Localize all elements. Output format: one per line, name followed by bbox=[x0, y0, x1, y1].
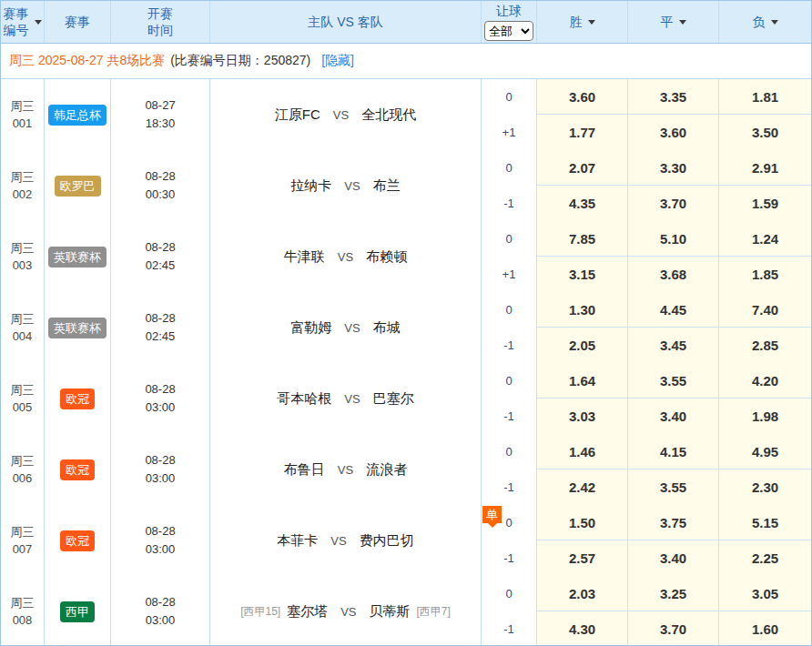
away-team: 流浪者 bbox=[366, 461, 407, 479]
league-cell: 欧冠 bbox=[45, 505, 111, 576]
odds-lose-cell[interactable]: 1.81 bbox=[719, 79, 811, 115]
handicap-cell: 单 0 bbox=[482, 292, 537, 328]
header-draw: 平 bbox=[628, 1, 719, 43]
hide-link[interactable]: [隐藏] bbox=[321, 53, 354, 69]
match-time: 03:00 bbox=[146, 540, 176, 559]
odds-draw-cell[interactable]: 3.45 bbox=[628, 328, 719, 363]
odds-draw-cell[interactable]: 3.68 bbox=[628, 257, 719, 292]
handicap-value: 0 bbox=[505, 90, 512, 104]
league-cell: 欧罗巴 bbox=[45, 150, 111, 221]
odds-win-cell[interactable]: 3.15 bbox=[537, 257, 628, 292]
handicap-value: -1 bbox=[503, 338, 514, 352]
match-number-cell: 周三 002 bbox=[1, 150, 45, 221]
dropdown-arrow-icon[interactable] bbox=[679, 20, 686, 25]
odds-draw-cell[interactable]: 3.30 bbox=[628, 150, 719, 186]
odds-lose-cell[interactable]: 4.20 bbox=[719, 363, 811, 399]
odds-win-cell[interactable]: 2.07 bbox=[537, 150, 628, 186]
header-teams: 主队 VS 客队 bbox=[210, 1, 482, 43]
match-day: 周三 bbox=[11, 452, 35, 469]
odds-lose-cell[interactable]: 2.30 bbox=[719, 469, 811, 505]
odds-win-cell[interactable]: 1.30 bbox=[537, 292, 628, 328]
odds-win-cell[interactable]: 2.03 bbox=[537, 576, 628, 611]
odds-draw-cell[interactable]: 3.35 bbox=[628, 79, 719, 115]
vs-label: VS bbox=[344, 392, 360, 406]
odds-lose-cell[interactable]: 4.95 bbox=[719, 434, 811, 469]
match-row: 周三 008 西甲 08-28 03:00 [西甲15] 塞尔塔 VS 贝蒂斯 … bbox=[1, 576, 811, 646]
odds-draw-cell[interactable]: 3.25 bbox=[628, 576, 719, 611]
odds-win-cell[interactable]: 1.46 bbox=[537, 434, 628, 469]
away-team: 贝蒂斯 bbox=[370, 603, 411, 621]
vs-label: VS bbox=[340, 605, 356, 619]
odds-draw-cell[interactable]: 3.70 bbox=[628, 611, 719, 646]
odds-win-cell[interactable]: 1.64 bbox=[537, 363, 628, 399]
home-team: 塞尔塔 bbox=[287, 603, 328, 621]
vs-label: VS bbox=[338, 463, 353, 477]
odds-draw-cell[interactable]: 4.15 bbox=[628, 434, 719, 469]
handicap-value: 0 bbox=[505, 232, 512, 246]
away-rank-tag: [西甲7] bbox=[417, 604, 451, 620]
league-badge: 西甲 bbox=[60, 601, 95, 622]
odds-win-cell[interactable]: 3.03 bbox=[537, 399, 628, 434]
odds-lose-cell[interactable]: 1.24 bbox=[719, 221, 811, 257]
match-day: 周三 bbox=[11, 523, 35, 540]
odds-lose-cell[interactable]: 2.91 bbox=[719, 150, 811, 186]
header-match-no: 赛事 编号 bbox=[1, 1, 45, 43]
match-number-cell: 周三 003 bbox=[1, 221, 45, 292]
odds-lose-cell[interactable]: 3.50 bbox=[719, 115, 811, 150]
league-cell: 英联赛杯 bbox=[45, 292, 111, 363]
odds-lose-cell[interactable]: 1.98 bbox=[719, 399, 811, 434]
odds-draw-cell[interactable]: 3.40 bbox=[628, 540, 719, 576]
odds-lose-cell[interactable]: 7.40 bbox=[719, 292, 811, 328]
start-time-cell: 08-28 03:00 bbox=[111, 576, 210, 646]
handicap-value: -1 bbox=[503, 409, 514, 423]
home-team: 哥本哈根 bbox=[277, 390, 331, 408]
odds-draw-cell[interactable]: 5.10 bbox=[628, 221, 719, 257]
start-time-cell: 08-27 18:30 bbox=[111, 79, 210, 150]
odds-lose-cell[interactable]: 1.60 bbox=[719, 611, 811, 646]
home-team: 江原FC bbox=[275, 106, 320, 124]
odds-lose-cell[interactable]: 2.85 bbox=[719, 328, 811, 363]
teams-cell: 哥本哈根 VS 巴塞尔 bbox=[210, 363, 482, 434]
dropdown-arrow-icon[interactable] bbox=[771, 20, 778, 25]
odds-win-cell[interactable]: 1.50 bbox=[537, 505, 628, 540]
odds-win-cell[interactable]: 2.57 bbox=[537, 540, 628, 576]
match-date: 08-28 bbox=[145, 593, 175, 611]
odds-win-cell[interactable]: 2.05 bbox=[537, 328, 628, 363]
handicap-label: 让球 bbox=[496, 3, 522, 19]
odds-win-cell[interactable]: 2.42 bbox=[537, 469, 628, 505]
dropdown-arrow-icon[interactable] bbox=[588, 20, 595, 25]
handicap-cell: 单 -1 bbox=[482, 540, 537, 576]
match-number-cell: 周三 005 bbox=[1, 363, 45, 434]
league-badge: 欧冠 bbox=[60, 530, 95, 551]
teams-cell: 江原FC VS 全北现代 bbox=[210, 79, 482, 150]
handicap-cell: 单 0 bbox=[482, 576, 537, 611]
odds-draw-cell[interactable]: 4.45 bbox=[628, 292, 719, 328]
match-date: 08-27 bbox=[145, 96, 175, 115]
odds-win-cell[interactable]: 4.35 bbox=[537, 186, 628, 221]
odds-draw-cell[interactable]: 3.75 bbox=[628, 505, 719, 540]
odds-lose-cell[interactable]: 2.25 bbox=[719, 540, 811, 576]
odds-draw-cell[interactable]: 3.60 bbox=[628, 115, 719, 150]
dropdown-arrow-icon[interactable] bbox=[35, 20, 42, 25]
match-date-text: 周三 2025-08-27 共8场比赛 bbox=[9, 53, 165, 69]
odds-lose-cell[interactable]: 3.05 bbox=[719, 576, 811, 611]
match-number: 004 bbox=[13, 328, 33, 345]
odds-lose-cell[interactable]: 5.15 bbox=[719, 505, 811, 540]
odds-win-cell[interactable]: 3.60 bbox=[537, 79, 628, 115]
handicap-value: +1 bbox=[502, 267, 516, 281]
odds-lose-cell[interactable]: 1.85 bbox=[719, 257, 811, 292]
odds-win-cell[interactable]: 4.30 bbox=[537, 611, 628, 646]
handicap-filter-select[interactable]: 全部 bbox=[484, 21, 533, 41]
match-number: 006 bbox=[13, 469, 33, 487]
odds-draw-cell[interactable]: 3.55 bbox=[628, 363, 719, 399]
odds-win-cell[interactable]: 7.85 bbox=[537, 221, 628, 257]
odds-draw-cell[interactable]: 3.70 bbox=[628, 186, 719, 221]
odds-lose-cell[interactable]: 1.59 bbox=[719, 186, 811, 221]
odds-draw-cell[interactable]: 3.55 bbox=[628, 469, 719, 505]
match-code-text: (比赛编号日期：250827) bbox=[170, 53, 310, 69]
odds-win-cell[interactable]: 1.77 bbox=[537, 115, 628, 150]
match-number-cell: 周三 006 bbox=[1, 434, 45, 505]
header-lose: 负 bbox=[719, 1, 811, 43]
match-number: 003 bbox=[13, 257, 33, 274]
odds-draw-cell[interactable]: 3.40 bbox=[628, 399, 719, 434]
